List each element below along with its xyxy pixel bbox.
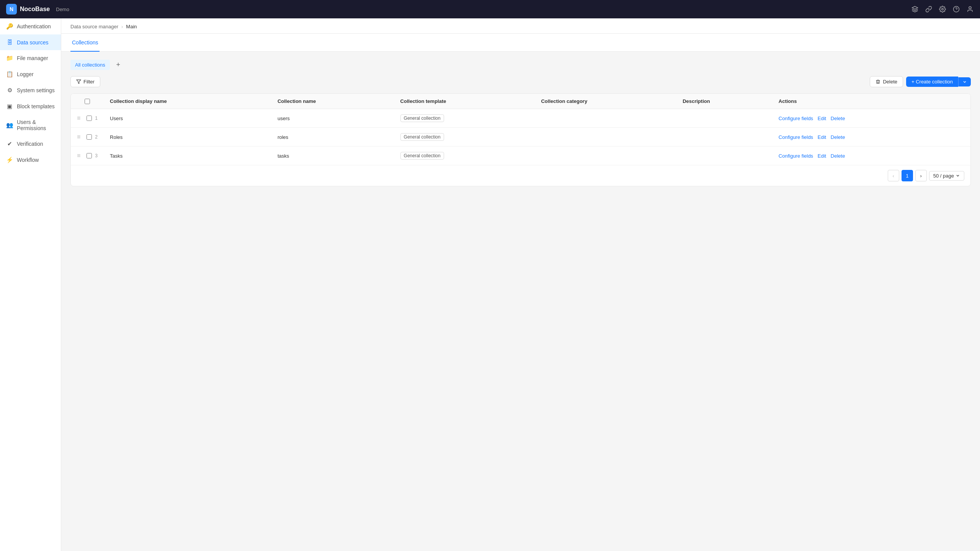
page-size-select[interactable]: 50 / page [929,171,964,181]
row-template: General collection [394,109,535,128]
app-logo[interactable]: N NocoBase [6,4,50,15]
row-checkbox-cell: ≡ 3 [71,147,104,165]
subtab-all-collections[interactable]: All collections [70,60,110,70]
authentication-icon: 🔑 [6,23,13,30]
chevron-down-icon [962,80,967,84]
th-display-name: Collection display name [104,94,271,109]
row-description [676,147,773,165]
row-number: 1 [95,116,98,121]
filter-button[interactable]: Filter [70,76,100,87]
sidebar-item-label: Logger [17,71,34,77]
block-templates-icon: ▣ [6,103,13,110]
verification-icon: ✔ [6,140,13,147]
page-next-button[interactable]: › [915,170,927,181]
sidebar-item-logger[interactable]: 📋 Logger [0,66,61,82]
sidebar-item-data-sources[interactable]: 🗄 Data sources [0,34,61,50]
breadcrumb-data-source-manager[interactable]: Data source manager [70,24,118,29]
th-checkbox [71,94,104,109]
row-display-name: Users [104,109,271,128]
row-category [535,147,676,165]
table-header-row: Collection display name Collection name … [71,94,970,109]
sidebar-item-verification[interactable]: ✔ Verification [0,136,61,152]
drag-handle-icon[interactable]: ≡ [77,152,80,159]
template-badge: General collection [400,133,444,141]
user-icon[interactable] [966,5,974,13]
row-checkbox[interactable] [87,153,92,158]
page-size-chevron-icon [956,173,960,178]
page-1-button[interactable]: 1 [902,170,913,181]
tabs-bar: Collections [61,34,980,52]
sidebar-item-label: Verification [17,141,43,147]
breadcrumb-main: Main [126,24,137,29]
users-permissions-icon: 👥 [6,122,13,129]
sidebar-item-authentication[interactable]: 🔑 Authentication [0,18,61,34]
toolbar-left: Filter [70,76,100,87]
configure-fields-link[interactable]: Configure fields [779,153,813,159]
row-display-name: Roles [104,128,271,147]
toolbar-right: Delete + Create collection [870,76,971,87]
topbar: N NocoBase Demo [0,0,980,18]
subtab-add-button[interactable]: + [113,59,124,70]
page-prev-button[interactable]: ‹ [888,170,899,181]
create-collection-button[interactable]: + Create collection [906,77,958,87]
row-number: 2 [95,134,98,140]
row-display-name: Tasks [104,147,271,165]
edit-link[interactable]: Edit [818,153,826,159]
file-manager-icon: 📁 [6,55,13,62]
pagination: ‹ 1 › 50 / page [71,165,970,186]
plugin-icon[interactable] [911,5,919,13]
sidebar-item-system-settings[interactable]: ⚙ System settings [0,82,61,98]
sidebar-item-file-manager[interactable]: 📁 File manager [0,50,61,66]
configure-fields-link[interactable]: Configure fields [779,116,813,121]
demo-label: Demo [56,7,69,12]
settings-icon[interactable] [939,5,946,13]
help-icon[interactable] [952,5,960,13]
sidebar-item-label: System settings [17,87,55,93]
create-collection-dropdown-button[interactable] [958,77,971,86]
template-badge: General collection [400,114,444,122]
drag-handle-icon[interactable]: ≡ [77,134,80,140]
tab-collections[interactable]: Collections [70,34,100,52]
row-template: General collection [394,128,535,147]
edit-link[interactable]: Edit [818,134,826,140]
sidebar: 🔑 Authentication 🗄 Data sources 📁 File m… [0,18,61,551]
content-area: Data source manager › Main Collections A… [61,18,980,551]
row-number: 3 [95,153,98,158]
table-row: ≡ 1 Users users General collection Confi… [71,109,970,128]
row-name: tasks [271,147,394,165]
breadcrumb-separator: › [121,24,123,29]
th-category: Collection category [535,94,676,109]
sidebar-item-workflow[interactable]: ⚡ Workflow [0,152,61,168]
delete-button[interactable]: Delete [870,76,903,87]
row-actions: Configure fields Edit Delete [773,147,970,165]
table: Collection display name Collection name … [71,94,970,165]
svg-point-3 [969,7,971,9]
sidebar-item-users-permissions[interactable]: 👥 Users & Permissions [0,114,61,136]
app-name: NocoBase [20,6,50,13]
th-name: Collection name [271,94,394,109]
workflow-icon: ⚡ [6,156,13,163]
row-description [676,109,773,128]
logo-icon: N [6,4,17,15]
edit-link[interactable]: Edit [818,116,826,121]
inner-content: All collections + Filter Delete [61,52,980,194]
configure-fields-link[interactable]: Configure fields [779,134,813,140]
row-name: roles [271,128,394,147]
delete-link[interactable]: Delete [831,116,845,121]
th-description: Description [676,94,773,109]
drag-handle-icon[interactable]: ≡ [77,115,80,122]
link-icon[interactable] [925,5,933,13]
select-all-checkbox[interactable] [85,99,90,104]
table-row: ≡ 3 Tasks tasks General collection Confi… [71,147,970,165]
row-checkbox[interactable] [87,134,92,140]
delete-link[interactable]: Delete [831,134,845,140]
data-sources-icon: 🗄 [6,39,13,46]
delete-link[interactable]: Delete [831,153,845,159]
filter-icon [76,79,81,84]
row-checkbox[interactable] [87,116,92,121]
breadcrumb: Data source manager › Main [61,18,980,34]
row-checkbox-cell: ≡ 2 [71,128,104,147]
svg-point-0 [942,8,944,10]
sidebar-item-label: Data sources [17,39,48,46]
sidebar-item-block-templates[interactable]: ▣ Block templates [0,98,61,114]
